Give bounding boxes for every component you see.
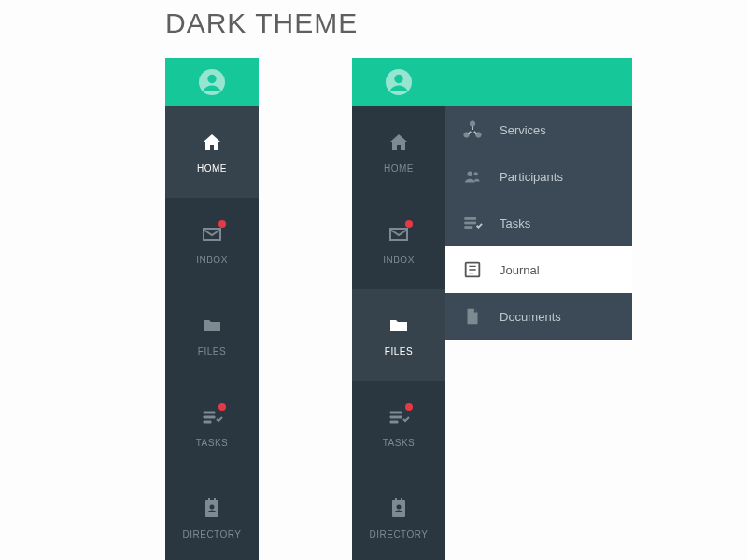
submenu-label: Documents xyxy=(500,310,561,324)
document-icon xyxy=(462,306,483,327)
nav-item-home[interactable]: HOME xyxy=(165,106,259,198)
badge-dot xyxy=(405,403,413,411)
nav-item-inbox[interactable]: INBOX xyxy=(165,198,259,289)
journal-icon xyxy=(462,259,483,280)
nav-label: FILES xyxy=(385,346,413,357)
mail-icon xyxy=(201,223,223,245)
folder-icon xyxy=(201,315,223,337)
nav-rail-1: HOME INBOX FILES TASKS DIRECTORY xyxy=(165,58,259,560)
submenu-item-tasks[interactable]: Tasks xyxy=(445,200,632,246)
nav-rail-2: HOME INBOX FILES TASKS DIRECTORY xyxy=(352,106,445,560)
rail-header[interactable] xyxy=(165,58,259,106)
nav-item-files[interactable]: FILES xyxy=(352,289,445,381)
page-title: DARK THEME xyxy=(165,7,358,39)
nav-label: INBOX xyxy=(383,255,415,265)
list-check-icon xyxy=(462,213,483,233)
nav-label: TASKS xyxy=(383,438,416,448)
nav-item-inbox[interactable]: INBOX xyxy=(352,198,445,289)
avatar-icon xyxy=(199,69,225,95)
nav-item-tasks[interactable]: TASKS xyxy=(165,381,259,472)
badge-dot xyxy=(218,403,226,411)
tasks-icon xyxy=(388,406,410,428)
nav-label: TASKS xyxy=(196,438,229,448)
home-icon xyxy=(388,132,410,154)
mail-icon xyxy=(388,223,410,245)
nav-item-tasks[interactable]: TASKS xyxy=(352,381,445,472)
nav-label: INBOX xyxy=(196,255,228,265)
people-icon xyxy=(462,166,483,187)
submenu-item-journal[interactable]: Journal xyxy=(445,246,632,293)
nav-item-files[interactable]: FILES xyxy=(165,289,259,381)
submenu-label: Tasks xyxy=(500,217,530,231)
badge-dot xyxy=(405,220,413,228)
nav-item-directory[interactable]: DIRECTORY xyxy=(352,472,445,560)
nav-item-directory[interactable]: DIRECTORY xyxy=(165,472,259,560)
submenu-item-documents[interactable]: Documents xyxy=(445,293,632,340)
submenu-label: Journal xyxy=(500,263,540,277)
nav-label: HOME xyxy=(197,163,227,174)
contacts-icon xyxy=(388,497,410,520)
nav-label: HOME xyxy=(384,163,414,174)
hub-icon xyxy=(462,119,483,140)
nav-label: FILES xyxy=(198,346,226,357)
contacts-icon xyxy=(201,497,223,520)
nav-label: DIRECTORY xyxy=(182,529,241,539)
submenu-label: Services xyxy=(500,123,546,137)
rail2-header[interactable] xyxy=(352,58,632,106)
submenu-item-participants[interactable]: Participants xyxy=(445,153,632,200)
home-icon xyxy=(201,132,223,154)
nav-item-home[interactable]: HOME xyxy=(352,106,445,198)
submenu-item-services[interactable]: Services xyxy=(445,106,632,153)
avatar-icon xyxy=(386,69,412,95)
tasks-icon xyxy=(201,406,223,428)
folder-icon xyxy=(388,315,410,337)
nav-label: DIRECTORY xyxy=(369,529,428,539)
submenu: Services Participants Tasks Journal Docu… xyxy=(445,106,632,340)
submenu-label: Participants xyxy=(500,170,563,184)
badge-dot xyxy=(218,220,226,228)
